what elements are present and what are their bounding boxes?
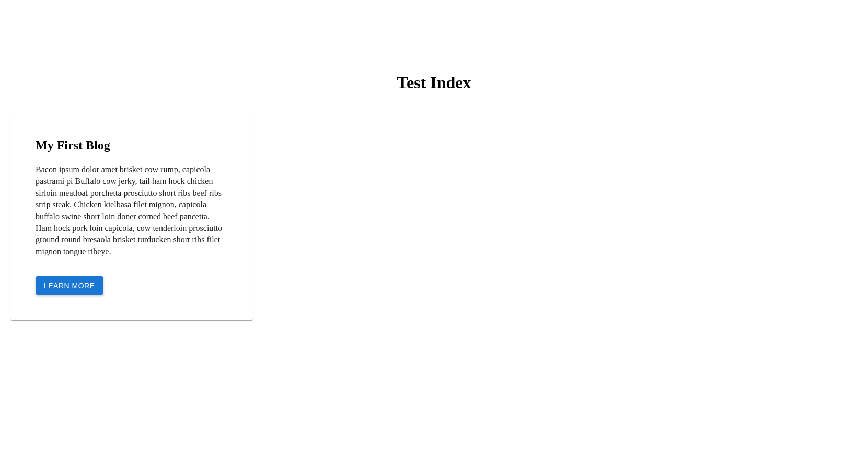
page-title: Test Index [0, 0, 868, 103]
learn-more-button[interactable]: LEARN MORE [36, 276, 103, 295]
card-title: My First Blog [36, 138, 228, 152]
card-container: My First Blog Bacon ipsum dolor amet bri… [0, 103, 868, 331]
card-description: Bacon ipsum dolor amet brisket cow rump,… [36, 164, 228, 257]
blog-card: My First Blog Bacon ipsum dolor amet bri… [10, 113, 253, 320]
